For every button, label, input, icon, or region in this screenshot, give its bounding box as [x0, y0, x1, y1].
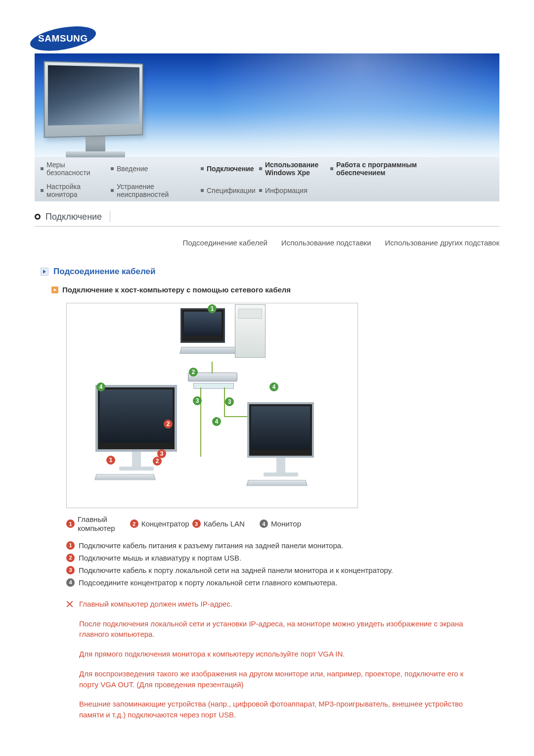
nav-specs[interactable]: Спецификации	[195, 180, 253, 201]
circle-icon	[35, 214, 41, 220]
bullet-icon	[41, 189, 44, 192]
legend-num-4-icon: 4	[260, 520, 268, 528]
section-header: Подключение	[35, 211, 499, 227]
diagram-client-2	[247, 402, 314, 488]
step-list: 1Подключите кабель питания к разъему пит…	[66, 540, 499, 588]
nav-intro[interactable]: Введение	[105, 158, 195, 180]
step-4: Подсоедините концентратор к порту локаль…	[79, 577, 337, 588]
nav-connection[interactable]: Подключение	[195, 158, 253, 180]
note-2: После подключения локальной сети и устан…	[79, 618, 472, 640]
nav-safety[interactable]: Меры безопасности	[35, 158, 105, 180]
arrow-icon	[41, 268, 48, 276]
divider	[110, 211, 110, 222]
step-num-1-icon: 1	[66, 541, 75, 550]
legend-num-1-icon: 1	[66, 520, 75, 528]
step-3: Подключите кабель к порту локальной сети…	[79, 565, 393, 575]
samsung-logo: SAMSUNG	[30, 28, 499, 47]
subtab-stand[interactable]: Использование подставки	[281, 238, 371, 247]
connection-diagram: 1 2 3 3 4 4 4 2 3 1 2	[66, 303, 358, 508]
main-nav: Меры безопасности Введение Подключение И…	[35, 157, 499, 201]
nav-monitor-setup[interactable]: Настройка монитора	[35, 180, 105, 201]
step-2: Подключите мышь и клавиатуру к портам US…	[79, 553, 241, 563]
notes-block: Главный компьютер должен иметь IP-адрес.…	[66, 599, 472, 720]
hero-banner	[35, 53, 499, 157]
legend-num-3-icon: 3	[192, 520, 201, 528]
bullet-icon	[41, 167, 44, 170]
step-num-2-icon: 2	[66, 554, 75, 562]
bullet-icon	[330, 167, 333, 170]
subtab-cables[interactable]: Подсоединение кабелей	[182, 238, 267, 247]
heading-cables: Подсоединение кабелей	[41, 267, 499, 277]
bullet-icon	[111, 167, 114, 170]
nav-windows-xpe[interactable]: ИспользованиеWindows Xpe	[253, 158, 324, 180]
nav-software[interactable]: Работа с программнымобеспечением	[324, 158, 423, 180]
diagram-tower	[235, 304, 266, 358]
bullet-icon	[201, 189, 204, 192]
subtabs: Подсоединение кабелей Использование подс…	[35, 238, 499, 247]
note-5: Внешние запоминающие устройства (напр., …	[79, 699, 472, 720]
note-4: Для воспроизведения такого же изображени…	[79, 668, 472, 690]
diagram-badge-4: 4	[212, 417, 221, 426]
step-num-4-icon: 4	[66, 578, 75, 587]
legend: 1Главныйкомпьютер 2Концентратор 3Кабель …	[66, 515, 499, 532]
step-1: Подключите кабель питания к разъему пита…	[79, 540, 343, 551]
bullet-icon	[201, 167, 204, 170]
bullet-icon	[259, 167, 262, 170]
diagram-badge-3: 3	[225, 397, 234, 406]
section-title: Подключение	[45, 212, 102, 222]
bullet-icon	[111, 189, 114, 192]
orange-arrow-icon	[51, 286, 58, 293]
step-num-3-icon: 3	[66, 566, 75, 574]
subtab-other-stand[interactable]: Использование других подставок	[385, 238, 499, 247]
legend-num-2-icon: 2	[130, 520, 138, 528]
note-3: Для прямого подключения монитора к компь…	[79, 649, 472, 660]
diagram-badge-4: 4	[269, 382, 278, 391]
diagram-client-1	[95, 385, 177, 482]
nav-troubleshoot[interactable]: Устранение неисправностей	[105, 180, 195, 201]
bullet-icon	[259, 189, 262, 192]
note-1: Главный компьютер должен иметь IP-адрес.	[79, 599, 232, 610]
x-icon	[66, 601, 73, 608]
nav-info[interactable]: Информация	[253, 180, 324, 201]
subheading: Подключение к хост-компьютеру с помощью …	[51, 285, 499, 294]
